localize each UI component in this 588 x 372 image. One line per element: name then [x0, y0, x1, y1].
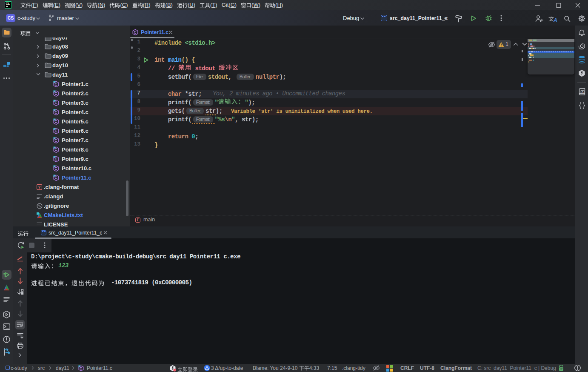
svg-text:Y: Y — [38, 185, 41, 189]
svg-text:A: A — [582, 90, 584, 93]
